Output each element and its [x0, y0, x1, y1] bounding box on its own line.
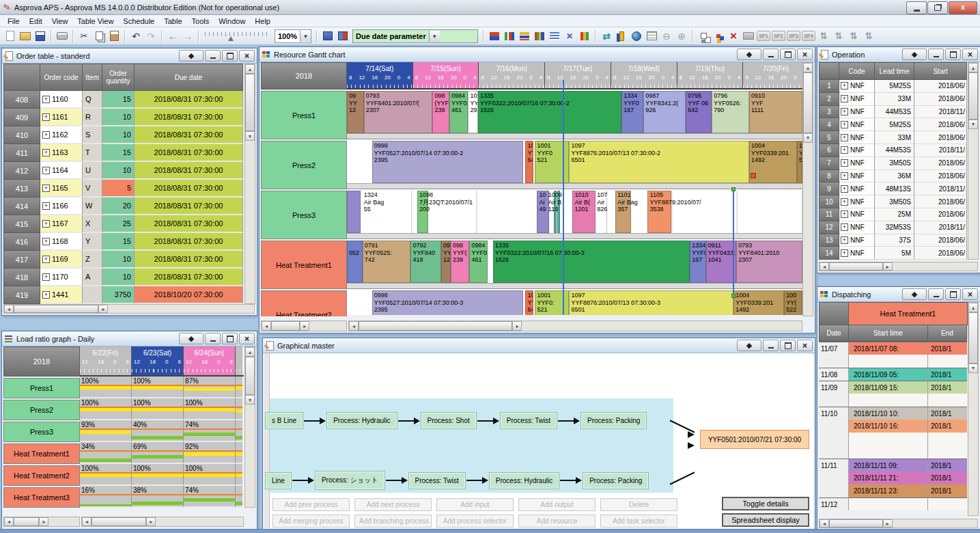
gantt-resource-label[interactable]: Press2	[261, 141, 347, 189]
resource-label[interactable]: Press1	[3, 378, 80, 398]
cell-due-date[interactable]: 2018/08/31 07:30:00	[135, 233, 243, 251]
nav-forward-icon[interactable]	[181, 30, 195, 42]
cell-end-time[interactable]: 2018/1	[928, 459, 967, 472]
cell-end-time[interactable]: 2018/1	[928, 484, 967, 497]
cell-order-quantity[interactable]: 10	[102, 162, 135, 180]
nav-back-icon[interactable]	[166, 30, 180, 42]
dispatching-vscroll[interactable]	[968, 302, 979, 516]
expand-icon[interactable]	[42, 96, 50, 103]
time-scale-slider[interactable]	[205, 31, 270, 41]
gear4-icon[interactable]	[862, 30, 876, 42]
cell-start-time[interactable]: 2018/11/09 15:	[849, 381, 928, 394]
cell-item[interactable]	[83, 286, 102, 304]
gantt-bar[interactable]: 100YY(522	[784, 290, 802, 315]
dispatching-titlebar[interactable]: Dispatching	[817, 287, 980, 302]
cell-lead-time[interactable]: 36M	[875, 170, 914, 183]
scroll-left-button[interactable]	[820, 519, 829, 528]
menu-table-view[interactable]: Table View	[72, 16, 118, 26]
cell-start-time[interactable]: 2018/06/	[914, 170, 967, 183]
open-icon[interactable]	[18, 30, 32, 42]
redo-icon[interactable]	[144, 30, 158, 42]
scroll-right-button[interactable]	[883, 519, 893, 528]
gantt-bar[interactable]: 098(YYF239	[432, 91, 449, 133]
gantt-bar[interactable]: 1334YYF0167	[621, 91, 643, 133]
button-add-merging-process[interactable]: Add merging process	[272, 515, 350, 528]
load-cell[interactable]: 40%	[132, 420, 184, 442]
cell-order-code[interactable]: 1160	[40, 91, 83, 109]
gantt-bar[interactable]: 1335YYF0322:2010/07/16 07:30:00-31626	[493, 241, 690, 283]
cell-order-code[interactable]: 1170	[40, 269, 83, 286]
load-cell[interactable]: 74%	[184, 420, 236, 442]
minimize-button[interactable]	[928, 49, 944, 60]
gantt-resource-label[interactable]: Heat Treatment1	[261, 241, 347, 289]
load-cell[interactable]: 38%	[132, 486, 184, 508]
cell-end-time[interactable]: 2018/1	[928, 420, 967, 433]
close-button[interactable]	[962, 288, 978, 300]
sp3-icon[interactable]: SP3	[787, 31, 800, 41]
cell-code[interactable]: NNF	[839, 80, 875, 93]
cell-due-date[interactable]: 2018/08/31 07:30:00	[135, 144, 243, 162]
order-node[interactable]: YYF0501:2010/07/21 07:30:00	[700, 430, 809, 449]
menu-edit[interactable]: Edit	[25, 16, 47, 26]
gantt-bar[interactable]: 0791YYF0525:742	[363, 241, 411, 283]
parameter-select-dropdown-arrow[interactable]	[429, 31, 440, 42]
cell-code[interactable]: NNF	[839, 170, 875, 183]
toggle-details-button[interactable]: Toggle details	[722, 497, 809, 510]
expand-icon[interactable]	[841, 210, 848, 218]
graphical-master-titlebar[interactable]: Graphical master	[263, 338, 815, 353]
row-number[interactable]: 419	[3, 286, 40, 304]
scrollbar-thumb[interactable]	[271, 321, 300, 331]
cell-date[interactable]	[819, 433, 849, 446]
cell-due-date[interactable]: 2018/08/31 07:30:00	[135, 91, 243, 109]
cell-order-quantity[interactable]: 25	[102, 215, 135, 233]
cell-due-date[interactable]: 2018/08/31 07:30:00	[135, 109, 243, 126]
globe-icon[interactable]	[630, 30, 643, 42]
expand-icon[interactable]	[841, 108, 848, 115]
gantt-bar[interactable]: 0796YYF0526:790	[712, 91, 749, 133]
cell-end-time[interactable]: 2018/1	[928, 407, 967, 420]
resource-label[interactable]: Press3	[3, 422, 80, 442]
minimize-button[interactable]	[763, 49, 779, 60]
expand-icon[interactable]	[42, 220, 50, 228]
highlight-icon[interactable]	[615, 30, 628, 42]
cell-end-time[interactable]	[928, 497, 967, 510]
cell-order-code[interactable]: 1166	[40, 197, 83, 215]
paste-icon[interactable]	[107, 30, 121, 42]
cell-item[interactable]: V	[83, 180, 102, 197]
sched-3-icon[interactable]	[518, 30, 531, 42]
cell-start-time[interactable]: 2018/11/09 05:	[849, 368, 928, 381]
scroll-left-button[interactable]	[349, 321, 359, 331]
load-cell[interactable]: 16%	[80, 486, 132, 508]
cell-due-date[interactable]: 2018/08/31 07:30:00	[135, 180, 243, 197]
expand-icon[interactable]	[42, 291, 50, 299]
gantt-bar[interactable]: 09YY12	[441, 241, 451, 283]
expand-icon[interactable]	[42, 273, 50, 281]
cell-start-time[interactable]	[849, 446, 928, 459]
cell-order-quantity[interactable]: 10	[102, 126, 135, 144]
cell-due-date[interactable]: 2018/10/20 07:30:00	[135, 286, 243, 304]
cell-date[interactable]: 11/11	[819, 459, 849, 472]
row-number[interactable]: 7	[819, 157, 839, 170]
scroll-down-button[interactable]	[803, 133, 813, 143]
cell-item[interactable]: U	[83, 162, 102, 180]
jump-arrows-icon[interactable]	[600, 30, 613, 42]
cell-order-quantity[interactable]: 10	[102, 109, 135, 126]
load-cell[interactable]: 100%	[132, 398, 184, 420]
cell-order-code[interactable]: 1163	[40, 144, 83, 162]
cell-start-time[interactable]	[849, 355, 928, 368]
maximize-button[interactable]	[945, 49, 961, 60]
new-icon[interactable]	[3, 30, 17, 42]
gantt-resource-label[interactable]: Press1	[261, 91, 347, 139]
scroll-down-button[interactable]	[245, 395, 255, 405]
cell-start-time[interactable]	[849, 497, 928, 510]
gantt-bar[interactable]: 100YY522	[797, 141, 802, 183]
row-number[interactable]: 409	[3, 109, 40, 126]
cell-item[interactable]: Q	[83, 91, 102, 109]
gantt-bar[interactable]: 1335YYF0322:2010/07/16 07:30:00-21626	[478, 91, 621, 133]
gantt-bar[interactable]: 0793YYF8401:20102307	[736, 241, 802, 283]
cell-order-code[interactable]: 1168	[40, 233, 83, 251]
cell-code[interactable]: NNF	[839, 93, 875, 106]
row-number[interactable]: 412	[3, 162, 40, 180]
cell-code[interactable]: NNF	[839, 208, 875, 221]
scrollbar-thumb[interactable]	[829, 519, 883, 528]
